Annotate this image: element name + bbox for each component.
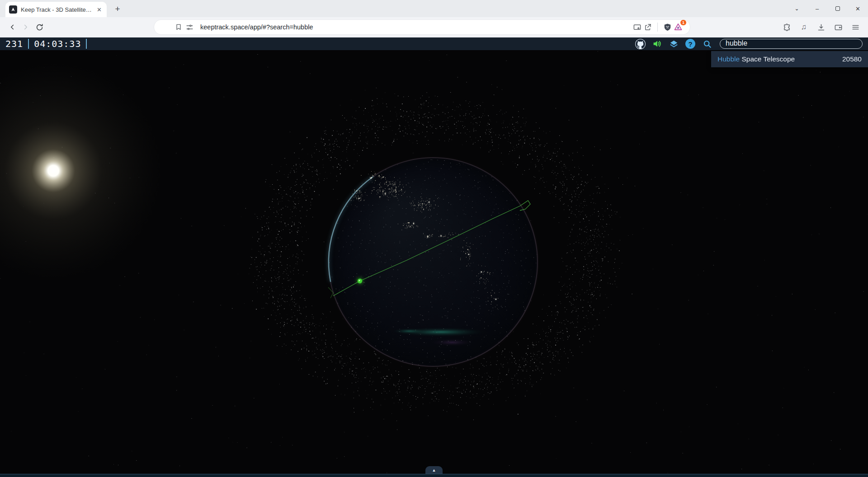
- expand-arrow-icon: ▲: [432, 468, 436, 472]
- toolbar-divider: [657, 23, 658, 32]
- sound-icon[interactable]: [651, 38, 662, 49]
- browser-tab[interactable]: Keep Track - 3D Satellite Toolkit ✕: [5, 2, 107, 17]
- window-controls: ⌄ – ✕: [787, 0, 868, 17]
- bottom-menu-expand-button[interactable]: ▲: [425, 466, 443, 474]
- rewards-badge: 1: [680, 20, 686, 25]
- result-match-text: Hubble: [717, 55, 740, 63]
- maximize-icon: [835, 6, 840, 11]
- maximize-button[interactable]: [827, 0, 848, 17]
- bottom-menu-bar[interactable]: [0, 474, 868, 477]
- downloads-icon[interactable]: [816, 22, 826, 33]
- menu-icon[interactable]: [850, 22, 861, 33]
- brave-shields-icon[interactable]: [662, 22, 673, 33]
- clock-display[interactable]: 231 04:03:33: [5, 38, 92, 49]
- time-display[interactable]: 04:03:33: [34, 38, 81, 49]
- media-controls-icon[interactable]: ♫: [798, 22, 809, 33]
- wallet-icon[interactable]: [833, 22, 844, 33]
- scene-stage: Hubble Space Telescope 20580 ▲: [0, 50, 868, 477]
- earth-3d-canvas[interactable]: [0, 50, 868, 477]
- forward-icon: [22, 23, 30, 31]
- back-button[interactable]: [5, 20, 19, 34]
- search-icon[interactable]: [702, 38, 712, 49]
- close-button[interactable]: ✕: [848, 0, 868, 17]
- result-norad-id: 20580: [842, 55, 862, 63]
- tab-title: Keep Track - 3D Satellite Toolkit: [21, 6, 92, 13]
- new-tab-button[interactable]: +: [111, 3, 124, 15]
- reload-icon: [35, 23, 44, 32]
- search-results-dropdown: Hubble Space Telescope 20580: [711, 51, 868, 67]
- bookmark-icon[interactable]: [173, 22, 184, 33]
- browser-tab-strip: Keep Track - 3D Satellite Toolkit ✕ + ⌄ …: [0, 0, 868, 17]
- day-of-year[interactable]: 231: [5, 38, 23, 49]
- address-bar[interactable]: keeptrack.space/app/#?search=hubble: [154, 19, 690, 35]
- satellite-search-input[interactable]: [720, 39, 863, 49]
- keeptrack-favicon-icon: [9, 5, 17, 14]
- minimize-button[interactable]: –: [807, 0, 827, 17]
- browser-toolbar: keeptrack.space/app/#?search=hubble: [0, 17, 868, 37]
- appbar-icons: ?: [635, 38, 868, 49]
- clock-separator: [28, 39, 29, 49]
- reload-button[interactable]: [33, 20, 46, 34]
- clock-cursor: [86, 39, 87, 49]
- search-result-row[interactable]: Hubble Space Telescope 20580: [711, 51, 868, 67]
- result-name-text: Space Telescope: [740, 55, 795, 63]
- extensions-icon[interactable]: [781, 22, 792, 33]
- tab-search-icon[interactable]: ⌄: [787, 0, 807, 17]
- url-text[interactable]: keeptrack.space/app/#?search=hubble: [200, 23, 313, 31]
- keeptrack-top-bar: 231 04:03:33 ?: [0, 37, 868, 50]
- site-settings-icon[interactable]: [184, 22, 195, 33]
- github-icon[interactable]: [635, 38, 646, 49]
- forward-button[interactable]: [19, 20, 33, 34]
- help-icon[interactable]: ?: [685, 38, 696, 49]
- brave-rewards-icon[interactable]: 1: [673, 22, 684, 33]
- share-icon[interactable]: [642, 22, 653, 33]
- tab-close-icon[interactable]: ✕: [95, 6, 103, 13]
- open-in-app-icon[interactable]: [632, 22, 642, 33]
- back-icon: [8, 23, 16, 31]
- extension-area: ♫: [781, 22, 863, 33]
- layers-icon[interactable]: [668, 38, 679, 49]
